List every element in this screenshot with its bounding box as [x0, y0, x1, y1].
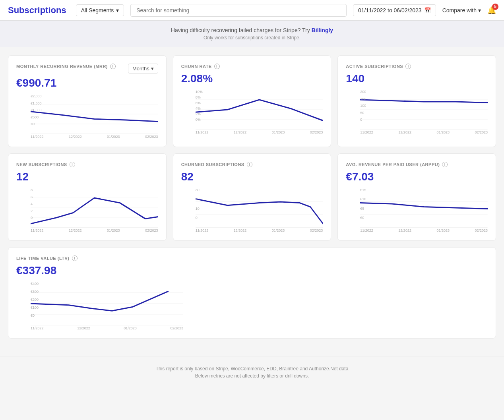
- new-subs-chart: 86420: [31, 188, 158, 228]
- churn-label: CHURN RATE i: [181, 64, 220, 69]
- notifications-button[interactable]: 🔔 5: [487, 6, 496, 15]
- active-value: 140: [346, 72, 488, 85]
- churned-value: 82: [181, 170, 323, 183]
- new-subs-info-icon[interactable]: i: [70, 162, 75, 167]
- active-info-icon[interactable]: i: [405, 64, 411, 69]
- chevron-down-icon: ▾: [151, 66, 154, 72]
- metrics-row-1: MONTHLY RECURRING REVENUE (MRR) i Months…: [8, 55, 496, 147]
- ltv-value: €337.98: [16, 264, 488, 277]
- churn-info-icon[interactable]: i: [214, 64, 220, 69]
- footer: This report is only based on Stripe, Woo…: [0, 356, 504, 390]
- active-subs-card: ACTIVE SUBSCRIPTIONS i 140 200150100500: [337, 55, 496, 147]
- churned-info-icon[interactable]: i: [247, 162, 252, 167]
- new-subs-label: NEW SUBSCRIPTIONS i: [16, 162, 75, 167]
- mrr-info-icon[interactable]: i: [110, 64, 116, 69]
- arppu-x-labels: 11/202212/202201/202302/2023: [360, 228, 488, 232]
- date-range-picker[interactable]: 01/11/2022 to 06/02/2023 📅: [353, 4, 436, 16]
- banner-text: Having difficulty recovering failed char…: [171, 27, 312, 33]
- new-subs-card: NEW SUBSCRIPTIONS i 12 86420: [8, 153, 167, 241]
- active-chart: 200150100500: [360, 90, 488, 130]
- date-range-text: 01/11/2022 to 06/02/2023: [358, 7, 422, 14]
- new-subs-value: 12: [16, 170, 158, 183]
- churn-x-labels: 11/202212/202201/202302/2023: [196, 130, 323, 134]
- notification-badge: 5: [492, 4, 498, 10]
- mrr-label: MONTHLY RECURRING REVENUE (MRR) i: [16, 64, 116, 69]
- chevron-down-icon: ▾: [116, 7, 119, 14]
- footer-line1: This report is only based on Stripe, Woo…: [10, 366, 494, 372]
- mrr-value: €990.71: [16, 77, 158, 89]
- churned-label: CHURNED SUBSCRIPTIONS i: [181, 162, 252, 167]
- chevron-down-icon: ▾: [478, 7, 481, 14]
- churn-value: 2.08%: [181, 72, 323, 85]
- ltv-card: LIFE TIME VALUE (LTV) i €337.98 €400€300…: [8, 247, 496, 339]
- segment-label: All Segments: [81, 7, 114, 14]
- churn-card: CHURN RATE i 2.08% 10%8%6%4%2%0%: [173, 55, 331, 147]
- ltv-chart: €400€300€200€100€0: [31, 282, 183, 325]
- metrics-row-2: NEW SUBSCRIPTIONS i 12 86420: [8, 153, 496, 241]
- mrr-chart: €2,000€1,500€1,000€500€0: [31, 94, 158, 134]
- arppu-info-icon[interactable]: i: [442, 162, 448, 167]
- metrics-row-3: LIFE TIME VALUE (LTV) i €337.98 €400€300…: [8, 247, 496, 339]
- churn-chart: 10%8%6%4%2%0%: [196, 90, 323, 130]
- churned-x-labels: 11/202212/202201/202302/2023: [196, 228, 323, 232]
- search-input[interactable]: [130, 4, 347, 17]
- churned-subs-card: CHURNED SUBSCRIPTIONS i 82 3020100: [173, 153, 331, 241]
- calendar-icon: 📅: [424, 7, 431, 14]
- months-selector[interactable]: Months ▾: [128, 64, 158, 74]
- compare-label: Compare with: [442, 7, 477, 14]
- mrr-x-labels: 11/202212/202201/202302/2023: [31, 134, 158, 139]
- ltv-info-icon[interactable]: i: [72, 255, 78, 261]
- banner-link[interactable]: Billingly: [312, 27, 333, 33]
- new-subs-x-labels: 11/202212/202201/202302/2023: [31, 228, 158, 232]
- footer-line2: Below metrics are not affected by filter…: [10, 373, 494, 379]
- promo-banner: Having difficulty recovering failed char…: [0, 21, 504, 47]
- ltv-x-labels: 11/202212/202201/202302/2023: [31, 325, 183, 330]
- ltv-label: LIFE TIME VALUE (LTV) i: [16, 255, 78, 261]
- header: Subscriptions All Segments ▾ 01/11/2022 …: [0, 0, 504, 21]
- banner-subtext: Only works for subscriptions created in …: [6, 35, 498, 41]
- page-title: Subscriptions: [8, 5, 66, 15]
- arppu-label: AVG. REVENUE PER PAID USER (ARPPU) i: [346, 162, 448, 167]
- active-x-labels: 11/202212/202201/202302/2023: [360, 130, 488, 134]
- arppu-card: AVG. REVENUE PER PAID USER (ARPPU) i €7.…: [337, 153, 496, 241]
- compare-button[interactable]: Compare with ▾: [442, 7, 481, 14]
- churned-chart: 3020100: [196, 188, 323, 228]
- arppu-value: €7.03: [346, 170, 488, 183]
- main-content: MONTHLY RECURRING REVENUE (MRR) i Months…: [0, 47, 504, 353]
- segment-dropdown[interactable]: All Segments ▾: [76, 4, 124, 16]
- active-label: ACTIVE SUBSCRIPTIONS i: [346, 64, 411, 69]
- mrr-card: MONTHLY RECURRING REVENUE (MRR) i Months…: [8, 55, 167, 147]
- arppu-chart: €15€10€5€0: [360, 188, 488, 228]
